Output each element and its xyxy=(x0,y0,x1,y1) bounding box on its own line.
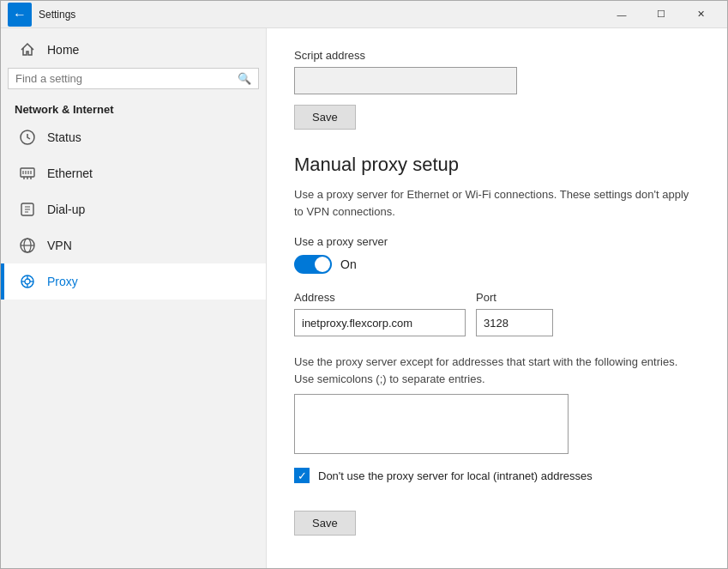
script-address-label: Script address xyxy=(294,49,700,62)
script-address-section: Script address Save xyxy=(294,49,700,130)
sidebar: Home 🔍 Network & Internet Status xyxy=(1,28,267,568)
search-box: 🔍 xyxy=(8,68,259,89)
search-input[interactable] xyxy=(15,72,238,85)
exceptions-input[interactable] xyxy=(294,394,569,454)
vpn-icon xyxy=(18,236,37,255)
proxy-label: Proxy xyxy=(47,275,78,288)
toggle-knob xyxy=(315,257,330,272)
dialup-label: Dial-up xyxy=(47,203,85,216)
search-icon: 🔍 xyxy=(238,72,251,85)
manual-proxy-heading: Manual proxy setup xyxy=(294,154,700,176)
window-title: Settings xyxy=(39,9,602,21)
sidebar-item-dialup[interactable]: Dial-up xyxy=(1,191,266,227)
svg-rect-1 xyxy=(21,168,34,177)
port-group: Port xyxy=(476,291,553,336)
script-address-input[interactable] xyxy=(294,67,517,94)
content-area: Script address Save Manual proxy setup U… xyxy=(267,28,727,568)
vpn-label: VPN xyxy=(47,239,72,252)
status-icon xyxy=(18,128,37,147)
svg-point-14 xyxy=(25,279,30,284)
window-controls: — ☐ ✕ xyxy=(602,1,720,28)
sidebar-item-vpn[interactable]: VPN xyxy=(1,227,266,263)
dialup-icon xyxy=(18,200,37,219)
maximize-button[interactable]: ☐ xyxy=(641,1,681,28)
address-input[interactable] xyxy=(294,309,466,336)
back-button[interactable]: ← xyxy=(8,3,32,27)
sidebar-item-status[interactable]: Status xyxy=(1,119,266,155)
proxy-icon xyxy=(18,272,37,291)
port-label: Port xyxy=(476,291,553,304)
exceptions-description: Use the proxy server except for addresse… xyxy=(294,354,700,387)
sidebar-item-home[interactable]: Home xyxy=(1,32,266,68)
section-title: Network & Internet xyxy=(1,96,266,119)
manual-proxy-desc: Use a proxy server for Ethernet or Wi-Fi… xyxy=(294,186,700,220)
ethernet-label: Ethernet xyxy=(47,166,93,180)
status-label: Status xyxy=(47,130,81,144)
save-script-button[interactable]: Save xyxy=(294,105,356,130)
address-port-row: Address Port xyxy=(294,291,700,336)
port-input[interactable] xyxy=(476,309,553,336)
use-proxy-toggle-row: On xyxy=(294,255,700,274)
local-checkbox[interactable]: ✓ xyxy=(294,468,310,483)
title-bar: ← Settings — ☐ ✕ xyxy=(1,1,727,28)
address-label: Address xyxy=(294,291,466,304)
sidebar-item-proxy[interactable]: Proxy xyxy=(1,263,266,300)
ethernet-icon xyxy=(18,164,37,183)
toggle-state-label: On xyxy=(340,257,357,271)
manual-proxy-section: Manual proxy setup Use a proxy server fo… xyxy=(294,154,700,536)
home-label: Home xyxy=(47,43,79,57)
sidebar-item-ethernet[interactable]: Ethernet xyxy=(1,155,266,191)
use-proxy-label: Use a proxy server xyxy=(294,235,700,248)
home-icon xyxy=(18,40,37,59)
checkmark-icon: ✓ xyxy=(298,470,307,481)
save-manual-button[interactable]: Save xyxy=(294,511,356,536)
main-layout: Home 🔍 Network & Internet Status xyxy=(1,28,727,568)
minimize-button[interactable]: — xyxy=(602,1,641,28)
proxy-toggle[interactable] xyxy=(294,255,332,274)
close-button[interactable]: ✕ xyxy=(681,1,720,28)
local-checkbox-label: Don't use the proxy server for local (in… xyxy=(318,469,593,482)
address-group: Address xyxy=(294,291,466,336)
local-checkbox-row: ✓ Don't use the proxy server for local (… xyxy=(294,468,700,483)
